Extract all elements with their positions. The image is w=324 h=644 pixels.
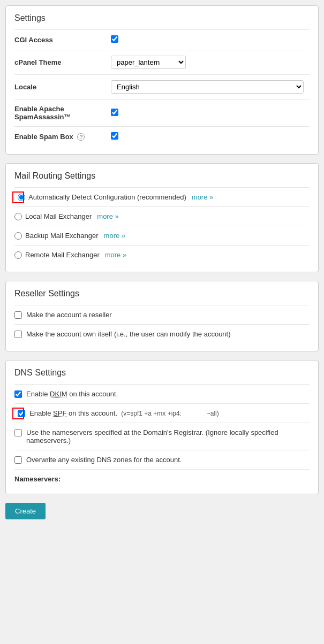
mail-routing-auto-more[interactable]: more » [192,193,213,201]
mail-routing-local-more[interactable]: more » [97,212,118,220]
locale-row: Locale English [14,74,310,99]
locale-label: Locale [14,83,111,91]
cpanel-theme-label: cPanel Theme [14,58,111,66]
locale-select[interactable]: English [111,80,304,94]
cpanel-theme-control: paper_lantern [111,56,310,69]
mail-routing-title: Mail Routing Settings [14,171,310,181]
mail-routing-remote-radio[interactable] [14,251,22,259]
mail-routing-backup-row: Backup Mail Exchanger more » [14,226,310,245]
cgi-access-row: CGI Access [14,29,310,50]
spam-box-checkbox[interactable] [111,132,118,140]
reseller-label-1: Make the account a reseller [26,311,310,319]
reseller-checkbox-1[interactable] [14,311,22,319]
mail-routing-backup-label: Backup Mail Exchanger [25,232,99,240]
nameservers-registrar-checkbox[interactable] [14,429,22,436]
mail-routing-remote-more[interactable]: more » [105,251,126,259]
dkim-label: Enable DKIM on this account. [26,390,310,398]
spam-box-label: Enable Spam Box ? [14,133,111,141]
reseller-row-2: Make the account own itself (i.e., the u… [14,324,310,343]
dns-panel: DNS Settings Enable DKIM on this account… [5,360,319,494]
mail-routing-auto-label: Automatically Detect Configuration (reco… [28,193,186,201]
cgi-access-control [111,35,310,44]
reseller-panel: Reseller Settings Make the account a res… [5,281,319,351]
cgi-access-label: CGI Access [14,36,111,44]
mail-routing-auto-row: Automatically Detect Configuration (reco… [14,187,310,206]
mail-routing-backup-more[interactable]: more » [104,232,125,240]
spamassassin-checkbox[interactable] [111,109,118,116]
spf-label: Enable SPF on this account. (v=spf1 +a +… [29,409,310,417]
settings-title: Settings [14,13,310,23]
reseller-label-2: Make the account own itself (i.e., the u… [26,330,310,338]
cpanel-theme-select[interactable]: paper_lantern [111,56,186,69]
spamassassin-label: Enable Apache SpamAssassin™ [14,105,111,121]
mail-routing-panel: Mail Routing Settings Automatically Dete… [5,163,319,272]
reseller-row-1: Make the account a reseller [14,305,310,324]
settings-panel: Settings CGI Access cPanel Theme paper_l… [5,5,319,155]
reseller-title: Reseller Settings [14,289,310,298]
cpanel-theme-row: cPanel Theme paper_lantern [14,50,310,74]
reseller-checkbox-2[interactable] [14,331,22,338]
mail-routing-auto-radio[interactable] [18,194,25,201]
mail-routing-remote-label: Remote Mail Exchanger [25,251,100,259]
mail-routing-remote-row: Remote Mail Exchanger more » [14,245,310,264]
spam-box-control [111,132,310,141]
mail-routing-local-radio[interactable] [14,213,22,220]
mail-routing-backup-radio[interactable] [14,232,22,240]
create-button[interactable]: Create [5,503,46,519]
mail-routing-local-label: Local Mail Exchanger [25,212,92,220]
mail-routing-local-row: Local Mail Exchanger more » [14,206,310,226]
spf-checkbox[interactable] [18,410,25,417]
nameservers-label: Nameservers: [14,469,310,486]
spamassassin-control [111,109,310,118]
spamassassin-row: Enable Apache SpamAssassin™ [14,99,310,126]
spam-box-row: Enable Spam Box ? [14,126,310,147]
dkim-row: Enable DKIM on this account. [14,384,310,403]
overwrite-dns-checkbox[interactable] [14,456,22,464]
overwrite-dns-label: Overwrite any existing DNS zones for the… [26,456,310,464]
nameservers-registrar-row: Use the nameservers specified at the Dom… [14,423,310,450]
locale-control: English [111,80,310,94]
dns-title: DNS Settings [14,368,310,378]
nameservers-registrar-label: Use the nameservers specified at the Dom… [26,428,310,444]
create-button-container: Create [5,503,319,519]
overwrite-dns-row: Overwrite any existing DNS zones for the… [14,450,310,469]
spf-row: Enable SPF on this account. (v=spf1 +a +… [14,403,310,423]
dkim-checkbox[interactable] [14,390,22,398]
cgi-access-checkbox[interactable] [111,35,118,43]
spam-box-help-icon[interactable]: ? [77,133,85,141]
